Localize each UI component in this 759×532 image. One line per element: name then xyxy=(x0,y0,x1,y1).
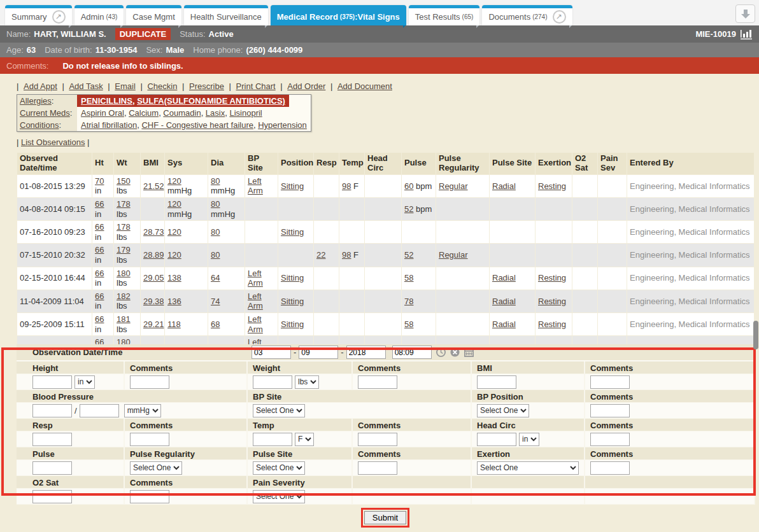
action-link-add-task[interactable]: Add Task xyxy=(69,81,103,91)
vital-value-link[interactable]: Resting xyxy=(538,297,566,306)
temp-unit-select[interactable]: F xyxy=(295,433,314,446)
head-circ-unit-select[interactable]: in xyxy=(519,433,539,446)
allergy-link[interactable]: PENICILLINS xyxy=(81,96,132,106)
vital-value-link[interactable]: 66 xyxy=(95,291,104,301)
resp-comments-input[interactable] xyxy=(130,433,169,446)
vital-value-link[interactable]: 28.89 xyxy=(143,250,164,260)
vital-value-link[interactable]: 80 xyxy=(211,227,220,237)
vital-value-link[interactable]: 182 xyxy=(117,291,131,301)
tab-documents[interactable]: Documents (274)↗ xyxy=(482,5,572,25)
vital-value-link[interactable]: 118 xyxy=(167,319,181,329)
medication-link[interactable]: Coumadin xyxy=(163,108,201,118)
clock-icon[interactable] xyxy=(436,347,446,357)
time-input[interactable] xyxy=(392,346,432,359)
calendar-icon[interactable] xyxy=(464,347,474,357)
vital-value-link[interactable]: Sitting xyxy=(281,297,304,306)
clear-date-icon[interactable] xyxy=(450,347,460,357)
vital-value-link[interactable]: 181 xyxy=(117,314,131,324)
vital-value-link[interactable]: 98 xyxy=(342,250,351,260)
medication-link[interactable]: Calcium xyxy=(129,108,159,118)
vital-value-link[interactable]: Sitting xyxy=(281,181,304,191)
height-comments-input[interactable] xyxy=(130,375,169,389)
action-link-checkin[interactable]: Checkin xyxy=(147,81,177,91)
vital-value-link[interactable]: Left Arm xyxy=(248,269,263,288)
vital-value-link[interactable]: Regular xyxy=(439,250,468,260)
vital-value-link[interactable]: 66 xyxy=(95,269,104,278)
vital-value-link[interactable]: 150 xyxy=(117,176,131,186)
pulse-comments-input[interactable] xyxy=(358,461,397,475)
conditions-link[interactable]: Conditions xyxy=(20,120,59,130)
medication-link[interactable]: Lasix xyxy=(206,108,225,118)
current-meds-link[interactable]: Current Meds xyxy=(20,108,70,118)
weight-input[interactable] xyxy=(253,375,292,389)
vital-value-link[interactable]: 64 xyxy=(211,273,220,283)
vital-value-link[interactable]: 80 xyxy=(211,199,220,209)
tab-test-results[interactable]: Test Results (65) xyxy=(409,5,480,25)
allergy-link[interactable]: SULFA(SULFONAMIDE ANTIBIOTICS) xyxy=(137,96,285,106)
vital-value-link[interactable]: 120 xyxy=(167,227,181,237)
head-circ-input[interactable] xyxy=(477,433,516,446)
bp-site-select[interactable]: Select One xyxy=(253,404,305,417)
action-link-prescribe[interactable]: Prescribe xyxy=(189,81,224,91)
o2-sat-input[interactable] xyxy=(32,490,72,503)
vital-value-link[interactable]: Radial xyxy=(492,319,516,329)
tab-admin[interactable]: Admin (43) xyxy=(74,5,124,25)
vital-value-link[interactable]: 178 xyxy=(117,222,131,232)
date-year-input[interactable] xyxy=(346,346,386,359)
vital-value-link[interactable]: Left Arm xyxy=(248,337,263,344)
vital-value-link[interactable]: Left Arm xyxy=(248,291,263,311)
vital-value-link[interactable]: 80 xyxy=(211,250,220,260)
vital-value-link[interactable]: 179 xyxy=(117,245,131,255)
allergies-link[interactable]: Allergies xyxy=(20,96,52,106)
medication-link[interactable]: Lisinopril xyxy=(229,108,262,118)
vital-value-link[interactable]: 70 xyxy=(95,176,104,186)
vital-value-link[interactable]: 136 xyxy=(167,297,181,306)
weight-unit-select[interactable]: lbs xyxy=(295,375,319,389)
vital-value-link[interactable]: 66 xyxy=(95,199,104,209)
vital-value-link[interactable]: 80 xyxy=(211,176,220,186)
vital-value-link[interactable]: 120 xyxy=(167,199,181,209)
vital-value-link[interactable]: 98 xyxy=(342,181,351,191)
vital-value-link[interactable]: 22 xyxy=(316,250,325,260)
date-day-input[interactable] xyxy=(299,346,338,359)
vital-value-link[interactable]: 66 xyxy=(95,222,104,232)
vital-value-link[interactable]: 52 xyxy=(404,204,413,214)
vital-value-link[interactable]: 29.38 xyxy=(143,297,164,306)
vital-value-link[interactable]: 138 xyxy=(167,273,181,283)
vital-value-link[interactable]: 120 xyxy=(167,250,181,260)
action-link-print-chart[interactable]: Print Chart xyxy=(236,81,276,91)
popout-icon[interactable]: ↗ xyxy=(52,10,66,24)
pulse-site-select[interactable]: Select One xyxy=(253,461,305,475)
action-link-add-appt[interactable]: Add Appt xyxy=(24,81,57,91)
bp-position-select[interactable]: Select One xyxy=(477,404,529,417)
submit-button[interactable]: Submit xyxy=(364,511,406,524)
vital-value-link[interactable]: Sitting xyxy=(281,273,304,283)
download-button[interactable] xyxy=(735,4,755,23)
vital-value-link[interactable]: 60 xyxy=(404,181,413,191)
bmi-input[interactable] xyxy=(477,375,516,389)
pulse-regularity-select[interactable]: Select One xyxy=(130,461,182,475)
vital-value-link[interactable]: 21.52 xyxy=(143,181,164,191)
popout-icon[interactable]: ↗ xyxy=(553,10,566,24)
vital-value-link[interactable]: Radial xyxy=(492,181,516,191)
scrollbar-thumb[interactable] xyxy=(753,321,758,349)
exertion-comments-input[interactable] xyxy=(590,461,630,475)
vital-value-link[interactable]: 58 xyxy=(404,273,413,283)
bp-diastolic-input[interactable] xyxy=(80,404,119,417)
resp-input[interactable] xyxy=(32,433,72,446)
vital-value-link[interactable]: Sitting xyxy=(281,319,304,329)
o2-sat-comments-input[interactable] xyxy=(130,490,169,503)
vital-value-link[interactable]: 180 xyxy=(117,269,131,278)
vital-value-link[interactable]: Radial xyxy=(492,273,516,283)
bp-unit-select[interactable]: mmHg xyxy=(124,404,161,417)
condition-link[interactable]: CHF - Congestive heart failure xyxy=(141,120,253,130)
pulse-input[interactable] xyxy=(32,461,72,475)
vital-value-link[interactable]: 178 xyxy=(117,199,131,209)
flowsheet-chart-icon[interactable] xyxy=(740,29,753,39)
vital-value-link[interactable]: Sitting xyxy=(281,227,304,237)
action-link-add-order[interactable]: Add Order xyxy=(287,81,325,91)
condition-link[interactable]: Atrial fibrillation xyxy=(81,120,137,130)
action-link-email[interactable]: Email xyxy=(115,81,136,91)
vital-value-link[interactable]: 29.05 xyxy=(143,273,164,283)
list-observations-link[interactable]: List Observations xyxy=(21,137,85,147)
